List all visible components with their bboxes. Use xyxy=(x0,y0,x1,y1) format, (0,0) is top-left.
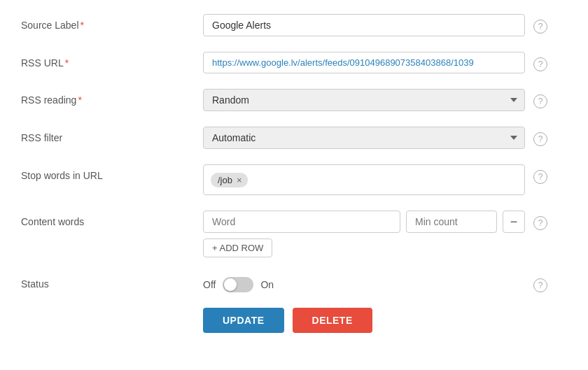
stop-words-tags-input[interactable]: /job × xyxy=(203,164,525,195)
rss-filter-select-wrap: Automatic Manual xyxy=(203,127,525,149)
content-words-inputs: − xyxy=(203,211,525,233)
status-help-icon[interactable]: ? xyxy=(533,278,547,292)
status-wrap-outer: Off On xyxy=(203,273,525,292)
content-words-wrap: − + ADD ROW xyxy=(203,211,525,257)
status-label: Status xyxy=(21,273,203,290)
rss-filter-label: RSS filter xyxy=(21,127,203,143)
rss-reading-row: RSS reading* Random Sequential Latest ? xyxy=(21,89,567,111)
tag-job-remove[interactable]: × xyxy=(237,176,242,185)
content-words-help-icon[interactable]: ? xyxy=(533,216,547,230)
add-row-wrap: + ADD ROW xyxy=(203,239,525,257)
toggle-slider xyxy=(223,277,253,292)
update-button[interactable]: UPDATE xyxy=(203,308,284,333)
source-label-label: Source Label* xyxy=(21,14,203,31)
source-label-help-icon[interactable]: ? xyxy=(533,20,547,34)
rss-url-input[interactable] xyxy=(203,52,525,73)
rss-filter-select[interactable]: Automatic Manual xyxy=(203,127,525,149)
rss-reading-label: RSS reading* xyxy=(21,89,203,106)
rss-url-label: RSS URL* xyxy=(21,52,203,69)
word-input[interactable] xyxy=(203,211,400,233)
min-count-input[interactable] xyxy=(406,211,497,233)
tag-job: /job × xyxy=(211,173,248,187)
rss-reading-select-wrap: Random Sequential Latest xyxy=(203,89,525,111)
rss-url-input-wrap xyxy=(203,52,525,73)
content-words-row: Content words − + ADD ROW ? xyxy=(21,211,567,257)
action-buttons: UPDATE DELETE xyxy=(21,308,567,333)
status-row: Status Off On ? xyxy=(21,273,567,292)
status-on-label: On xyxy=(260,279,274,290)
rss-url-help-icon[interactable]: ? xyxy=(533,57,547,71)
rss-filter-help-icon[interactable]: ? xyxy=(533,132,547,146)
stop-words-help-icon[interactable]: ? xyxy=(533,170,547,184)
remove-row-button[interactable]: − xyxy=(503,211,525,233)
stop-words-input-wrap: /job × xyxy=(203,164,525,195)
status-off-label: Off xyxy=(203,279,216,290)
stop-words-row: Stop words in URL /job × ? xyxy=(21,164,567,195)
source-label-row: Source Label* ? xyxy=(21,14,567,36)
rss-filter-row: RSS filter Automatic Manual ? xyxy=(21,127,567,149)
rss-url-row: RSS URL* ? xyxy=(21,52,567,73)
status-toggle-wrap: Off On xyxy=(203,273,525,292)
content-words-label: Content words xyxy=(21,211,203,227)
delete-button[interactable]: DELETE xyxy=(293,308,372,333)
stop-words-label: Stop words in URL xyxy=(21,164,203,181)
rss-reading-help-icon[interactable]: ? xyxy=(533,94,547,108)
status-toggle[interactable] xyxy=(223,277,253,292)
rss-reading-select[interactable]: Random Sequential Latest xyxy=(203,89,525,111)
source-label-input[interactable] xyxy=(203,14,525,36)
add-row-button[interactable]: + ADD ROW xyxy=(203,239,272,257)
source-label-input-wrap xyxy=(203,14,525,36)
